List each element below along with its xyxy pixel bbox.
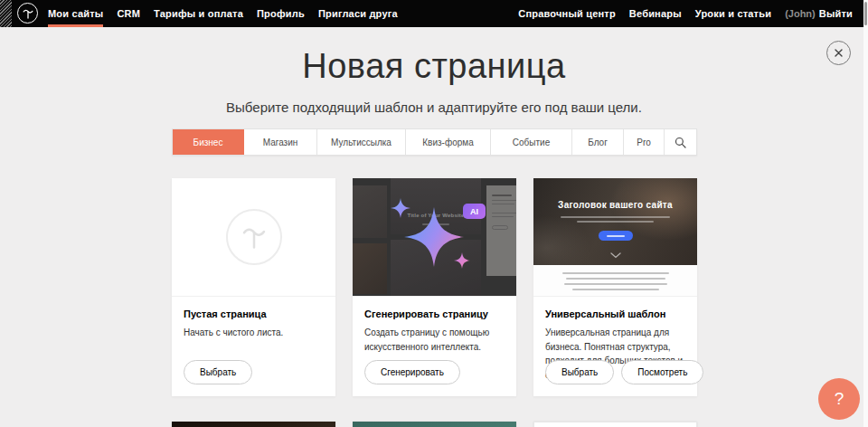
preview-text-block — [533, 265, 697, 297]
user-session: (John) Выйти — [785, 8, 853, 19]
close-button[interactable] — [826, 41, 851, 65]
card-actions: Выбрать Посмотреть — [545, 360, 703, 384]
tab-quiz-form[interactable]: Квиз-форма — [406, 129, 491, 155]
card-title: Универсальный шаблон — [545, 308, 685, 319]
nav-webinars[interactable]: Вебинары — [629, 8, 682, 19]
tab-pro[interactable]: Pro — [624, 129, 665, 155]
next-template-row — [172, 422, 697, 427]
card-blank-body: Пустая страница Начать с чистого листа. — [172, 297, 335, 340]
nav-lessons-articles[interactable]: Уроки и статьи — [695, 8, 771, 19]
ai-sparkle-small-icon — [454, 252, 470, 269]
preview-hero: Заголовок вашего сайта — [533, 178, 697, 265]
scrollbar-track[interactable] — [863, 0, 868, 427]
card-ai-generate[interactable]: Title of Your Website — [353, 178, 516, 396]
card-title: Пустая страница — [184, 308, 324, 319]
scrollbar-thumb[interactable] — [864, 2, 867, 25]
ai-badge: AI — [463, 204, 486, 219]
tilda-logo-icon[interactable] — [17, 3, 38, 24]
generate-button[interactable]: Сгенерировать — [364, 360, 460, 384]
preview-cta-button — [599, 231, 633, 241]
card-universal-preview: Заголовок вашего сайта — [533, 178, 697, 297]
help-button[interactable]: ? — [818, 378, 860, 420]
nav-my-sites[interactable]: Мои сайты — [48, 0, 103, 27]
choose-template-button[interactable]: Выбрать — [545, 360, 614, 384]
nav-invite-friend[interactable]: Пригласи друга — [318, 0, 398, 27]
ai-sparkle-small-icon — [391, 198, 410, 218]
template-card-partial[interactable] — [353, 422, 516, 427]
card-description: Начать с чистого листа. — [184, 326, 324, 340]
choose-blank-button[interactable]: Выбрать — [184, 360, 252, 384]
logout-link[interactable]: Выйти — [819, 8, 853, 19]
close-icon — [833, 47, 844, 59]
template-cards-row: Пустая страница Начать с чистого листа. … — [172, 178, 697, 396]
preview-template-button[interactable]: Посмотреть — [621, 360, 703, 384]
card-description: Создать страницу с помощью искусственног… — [364, 326, 505, 354]
template-category-tabs: Бизнес Магазин Мультиссылка Квиз-форма С… — [172, 128, 697, 156]
main-nav: Мои сайты CRM Тарифы и оплата Профиль Пр… — [48, 0, 398, 27]
nav-plans-payment[interactable]: Тарифы и оплата — [154, 0, 243, 27]
nav-crm[interactable]: CRM — [117, 0, 140, 27]
nav-help-center[interactable]: Справочный центр — [518, 8, 616, 19]
preview-heading: Заголовок вашего сайта — [533, 200, 697, 210]
tab-business[interactable]: Бизнес — [173, 129, 244, 155]
secondary-nav: Справочный центр Вебинары Уроки и статьи… — [518, 0, 853, 27]
tab-blog[interactable]: Блог — [572, 129, 624, 155]
top-bar: Мои сайты CRM Тарифы и оплата Профиль Пр… — [0, 0, 868, 27]
tilda-logo-watermark-icon — [226, 209, 282, 265]
edge-texture — [0, 0, 12, 27]
tab-event[interactable]: Событие — [491, 129, 572, 155]
template-card-partial[interactable] — [172, 422, 335, 427]
card-actions: Сгенерировать — [364, 360, 460, 384]
user-name: (John) — [785, 8, 816, 19]
page-title: Новая страница — [0, 47, 868, 86]
tab-search[interactable] — [665, 129, 696, 155]
tab-store[interactable]: Магазин — [244, 129, 317, 155]
card-ai-body: Сгенерировать страницу Создать страницу … — [353, 297, 516, 354]
template-card-partial[interactable] — [533, 422, 697, 427]
nav-profile[interactable]: Профиль — [257, 0, 305, 27]
page-subtitle: Выберите подходящий шаблон и адаптируйте… — [0, 100, 868, 115]
card-title: Сгенерировать страницу — [364, 308, 505, 319]
card-universal-template[interactable]: Заголовок вашего сайта Универсальный шаб… — [533, 178, 697, 396]
card-blank-preview — [172, 178, 335, 297]
card-actions: Выбрать — [184, 360, 252, 384]
chevron-down-icon — [610, 252, 621, 259]
card-blank-page[interactable]: Пустая страница Начать с чистого листа. … — [172, 178, 335, 396]
card-ai-preview: Title of Your Website — [353, 178, 516, 297]
search-icon — [675, 137, 686, 148]
tab-multilink[interactable]: Мультиссылка — [317, 129, 406, 155]
